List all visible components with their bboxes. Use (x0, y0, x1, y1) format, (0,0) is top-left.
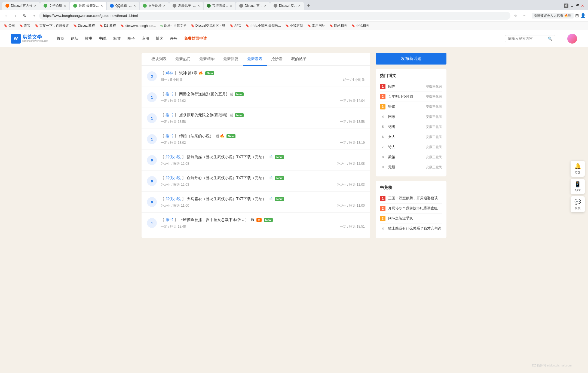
bookmark-seo[interactable]: 🔖SEO (228, 23, 243, 28)
tab-hot[interactable]: 最新热门 (171, 53, 195, 66)
tab-9[interactable]: Discuz! 应... ✕ (270, 2, 304, 10)
search-icon[interactable]: 🔍 (548, 36, 552, 41)
more-options-icon[interactable]: ⋯ (521, 12, 528, 20)
feedback-button[interactable]: 💬 反馈 (571, 196, 585, 212)
grid-icon[interactable]: ⊞ (575, 13, 579, 18)
post-link[interactable]: 天马霜衣（卧龙生武侠小说）TXT下载（完结） (187, 197, 266, 201)
tab-my-posts[interactable]: 我的帖子 (287, 53, 311, 66)
bookmark-site[interactable]: 🔖site:www.honghuan... (119, 23, 158, 28)
tab-grab-sofa[interactable]: 抢沙发 (267, 53, 287, 66)
tab-close-8[interactable]: ✕ (264, 4, 267, 8)
last-time: 4 小时前 (352, 78, 365, 82)
tab-close-5[interactable]: ✕ (163, 4, 166, 8)
bookmark-novel-update[interactable]: 🔖小说更新 (284, 23, 305, 29)
bookmark-common-sites[interactable]: 🔖常用网址 (306, 23, 327, 29)
post-link[interactable]: 缔婚（法采的小说） (179, 134, 213, 138)
post-link[interactable]: 虐杀原形的无限之旅(鹦鹉精) (179, 113, 227, 117)
blog-name[interactable]: 女人 (388, 134, 423, 139)
nav-tags[interactable]: 标签 (113, 36, 121, 41)
blog-name[interactable]: 阳光 (388, 84, 423, 89)
tab-6[interactable]: 发表帖子 -... ✕ (169, 2, 203, 10)
app-button[interactable]: 📱 APP (571, 179, 585, 194)
bookmark-novel[interactable]: 🔖小说,小说网,最新热... (244, 23, 283, 29)
bookmarks-bar: 🔖公司 🔖淘宝 🔖百度一下，你就知道 🔖Discuz!教程 🔖DZ 教程 🔖si… (0, 22, 588, 30)
window-restore[interactable]: 🗗 (575, 4, 579, 8)
search-input[interactable] (508, 36, 546, 41)
publish-new-topic-button[interactable]: 发布新话题 (376, 53, 446, 65)
post-link[interactable]: 血剑丹心（卧龙生武侠小说）TXT下载（完结） (187, 176, 266, 180)
tab-close-6[interactable]: ✕ (197, 4, 200, 8)
window-minimize[interactable]: 🗕 (570, 4, 574, 8)
blog-name[interactable]: 无题 (388, 165, 423, 170)
nav-shudann[interactable]: 书单 (99, 36, 107, 41)
nav-apps[interactable]: 应用 (142, 36, 149, 41)
tab-favicon-2 (44, 4, 47, 8)
rank-badge: 2 (380, 94, 385, 99)
tab-close-1[interactable]: ✕ (34, 4, 36, 8)
tab-close-2[interactable]: ✕ (64, 4, 66, 8)
bookmark-taobao[interactable]: 🔖淘宝 (18, 23, 32, 29)
blog-name[interactable]: 记者 (388, 124, 423, 129)
tab-latest-reply[interactable]: 最新回复 (219, 53, 243, 66)
nav-circle[interactable]: 圈子 (127, 36, 135, 41)
tab-close-7[interactable]: ✕ (230, 4, 232, 8)
book-title[interactable]: 阿斗之智近乎妖 (388, 216, 442, 221)
post-title: 【 推书 】 网游之倒行逆施(张扬的五月) 🖼 New (161, 91, 365, 97)
nav-tuishu[interactable]: 推书 (85, 36, 93, 41)
tab-1[interactable]: Discuz! 官方技 ✕ (2, 2, 40, 10)
tab-close-4[interactable]: ✕ (133, 4, 136, 8)
tab-2[interactable]: 文学论坛 ✕ (40, 2, 69, 10)
profile-icon[interactable]: 👤 (580, 13, 586, 18)
blog-name[interactable]: 野炼 (388, 104, 423, 109)
window-close[interactable]: ✕ (581, 4, 584, 8)
post-body: 【 斌神 】 斌神 第1章 🔥 New 胡一 / 5 小时前 胡一 (161, 70, 365, 82)
tab-4[interactable]: QQ邮箱 -... ✕ (107, 2, 139, 10)
reload-button[interactable]: ↻ (21, 12, 28, 20)
book-title[interactable]: 歌土跟我有什么关系？我才几句词 (388, 226, 442, 231)
tab-7[interactable]: 宝塔面板... ✕ (204, 2, 235, 10)
nav-blog[interactable]: 博客 (156, 36, 163, 41)
post-tag-name: 推书 (166, 134, 173, 138)
new-tab-button[interactable]: + (304, 2, 313, 10)
bookmark-star-icon[interactable]: ☆ (512, 12, 520, 20)
tab-close-9[interactable]: ✕ (298, 4, 301, 8)
nav-home[interactable]: 首页 (57, 36, 64, 41)
tab-5[interactable]: 文学论坛 ✕ (140, 2, 169, 10)
bookmark-site-related[interactable]: 🔖网站相关 (328, 23, 349, 29)
nav-tasks[interactable]: 任务 (170, 36, 177, 41)
bookmark-dz-tutorial[interactable]: 🔖DZ 教程 (98, 23, 117, 29)
tab-close-3[interactable]: ✕ (100, 4, 103, 8)
post-title: 【 武侠小说 】 指剑为媒（卧龙生武侠小说）TXT下载（完结） 📄 New (161, 154, 365, 160)
bookmark-baidu[interactable]: 🔖百度一下，你就知道 (33, 23, 71, 29)
back-button[interactable]: ‹ (2, 12, 10, 20)
tab-title-1: Discuz! 官方技 (11, 4, 32, 8)
post-link[interactable]: 指剑为媒（卧龙生武侠小说）TXT下载（完结） (187, 155, 266, 159)
tab-8[interactable]: Discuz! 官... ✕ (236, 2, 270, 10)
bookmark-novel-related[interactable]: 🔖小说相关 (350, 23, 371, 29)
header-avatar[interactable] (567, 34, 577, 44)
blog-name[interactable]: 欺骗 (388, 155, 423, 160)
book-title[interactable]: 三国：汉室麒麟，开局迎娶蔡琰 (388, 196, 442, 201)
nav-cover[interactable]: 免费封面申请 (184, 36, 207, 41)
site-logo[interactable]: W 洪荒文学 honghuangwenxue.com (11, 34, 48, 44)
blog-name[interactable]: 回家 (388, 114, 423, 119)
address-input[interactable] (39, 12, 510, 20)
blog-name[interactable]: 诗人 (388, 145, 423, 149)
home-button[interactable]: ⌂ (30, 12, 38, 20)
bookmark-discuz-community[interactable]: 🔖Discuz!交流社区 - 贴 (189, 23, 227, 29)
nav-forum[interactable]: 论坛 (71, 36, 78, 41)
tab-3-active[interactable]: 导读-最新发... ✕ (70, 2, 106, 10)
post-link[interactable]: 上班摸鱼被抓，反手拉女总裁下水(汐豆） (179, 218, 249, 222)
qq-group-button[interactable]: 🔔 Q群 (571, 161, 585, 177)
bookmark-forum[interactable]: W论坛 - 洪荒文学 (159, 23, 188, 29)
bookmark-company[interactable]: 🔖公司 (2, 23, 17, 29)
bookmark-discuz-tutorial[interactable]: 🔖Discuz!教程 (72, 23, 97, 29)
book-title[interactable]: 开局停职？我转投市纪委调查组 (388, 206, 442, 211)
post-link[interactable]: 网游之倒行逆施(张扬的五月) (179, 92, 227, 96)
blog-name[interactable]: 百年明月今时圆 (388, 94, 423, 99)
tab-latest-post[interactable]: 最新发表 (243, 53, 267, 66)
tab-featured[interactable]: 最新精华 (195, 53, 219, 66)
tab-block-list[interactable]: 板块列表 (147, 53, 171, 66)
forward-button[interactable]: › (11, 12, 19, 20)
post-link[interactable]: 斌神 第1章 (179, 71, 198, 75)
